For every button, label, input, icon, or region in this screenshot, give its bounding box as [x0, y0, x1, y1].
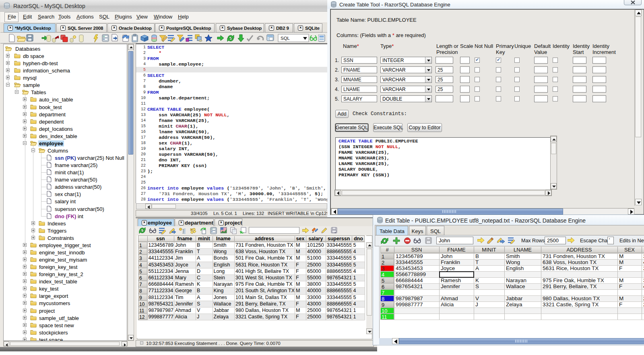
svg-text:SQL: SQL: [281, 36, 290, 41]
